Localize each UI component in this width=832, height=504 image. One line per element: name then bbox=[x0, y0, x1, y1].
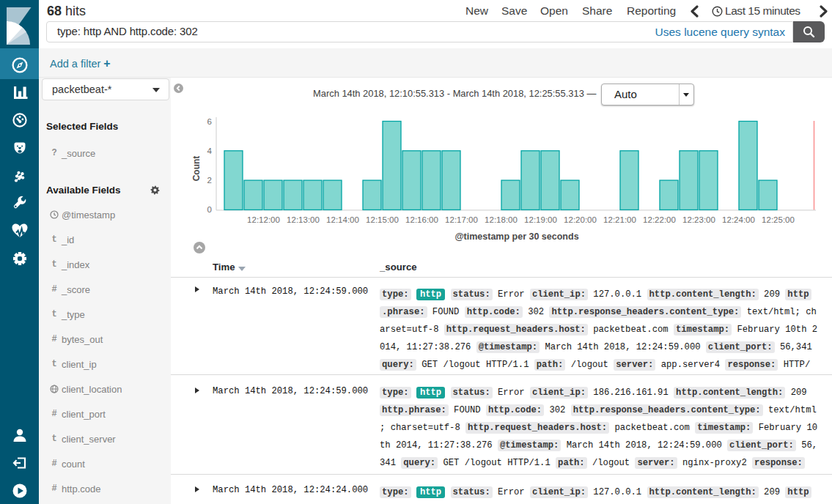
svg-text:12:23:00: 12:23:00 bbox=[682, 215, 715, 224]
svg-text:12:15:00: 12:15:00 bbox=[366, 215, 399, 224]
svg-text:@timestamp per 30 seconds: @timestamp per 30 seconds bbox=[454, 231, 578, 242]
svg-text:12:17:00: 12:17:00 bbox=[445, 215, 478, 224]
svg-text:12:20:00: 12:20:00 bbox=[564, 215, 597, 224]
svg-text:12:14:00: 12:14:00 bbox=[326, 215, 359, 224]
svg-text:Count: Count bbox=[191, 156, 202, 182]
svg-text:12:21:00: 12:21:00 bbox=[603, 215, 636, 224]
svg-text:12:22:00: 12:22:00 bbox=[643, 215, 676, 224]
svg-text:12:24:00: 12:24:00 bbox=[722, 215, 755, 224]
svg-text:4: 4 bbox=[207, 147, 213, 155]
svg-text:12:18:00: 12:18:00 bbox=[485, 215, 518, 224]
svg-text:12:16:00: 12:16:00 bbox=[405, 215, 438, 224]
svg-text:2: 2 bbox=[207, 176, 212, 185]
svg-text:0: 0 bbox=[207, 205, 212, 214]
svg-text:12:19:00: 12:19:00 bbox=[524, 215, 557, 224]
svg-text:12:12:00: 12:12:00 bbox=[247, 215, 280, 224]
svg-text:12:13:00: 12:13:00 bbox=[287, 215, 320, 224]
svg-text:12:25:00: 12:25:00 bbox=[762, 215, 795, 224]
svg-text:6: 6 bbox=[207, 117, 212, 126]
